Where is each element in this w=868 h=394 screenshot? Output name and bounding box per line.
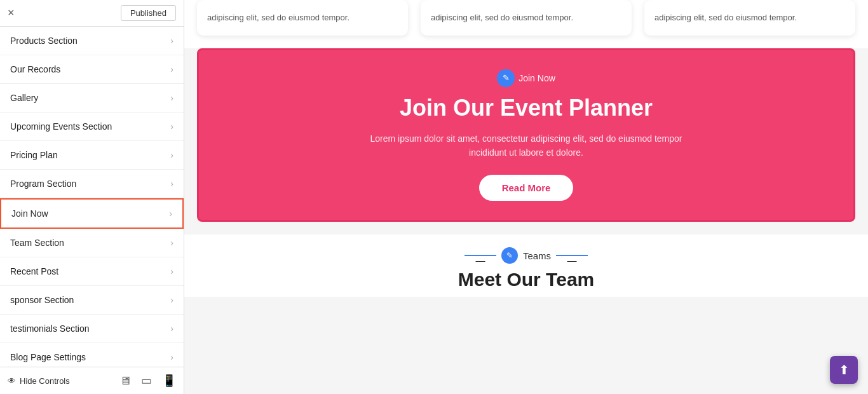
upload-icon: ⬆: [839, 362, 850, 377]
join-now-description: Lorem ipsum dolor sit amet, consectetur …: [367, 132, 685, 160]
hide-controls-label: Hide Controls: [20, 376, 70, 386]
monitor-icon[interactable]: 🖥: [119, 374, 131, 388]
join-now-section: ✎ Join Now Join Our Event Planner Lorem …: [197, 48, 855, 222]
chevron-right-icon: ›: [170, 64, 173, 74]
teams-tag-icon: ✎: [501, 247, 518, 264]
sidebar-item-label: sponsor Section: [10, 295, 74, 305]
sidebar-item-label: Program Section: [10, 179, 76, 189]
sidebar-item-label: Products Section: [10, 36, 78, 46]
read-more-button[interactable]: Read More: [479, 175, 574, 201]
sidebar-item-blog-page-settings[interactable]: Blog Page Settings ›: [0, 343, 184, 367]
chevron-right-icon: ›: [169, 208, 172, 219]
sidebar-item-products-section[interactable]: Products Section ›: [0, 27, 184, 55]
join-now-tag: ✎ Join Now: [497, 69, 555, 87]
chevron-right-icon: ›: [170, 323, 173, 334]
teams-pencil-icon: ✎: [506, 251, 513, 260]
main-content: adipiscing elit, sed do eiusmod tempor. …: [184, 0, 868, 394]
close-button[interactable]: ×: [8, 6, 15, 20]
sidebar-item-testimonials-section[interactable]: testimonials Section ›: [0, 315, 184, 343]
sidebar-item-label: Pricing Plan: [10, 150, 58, 160]
sidebar-item-program-section[interactable]: Program Section ›: [0, 170, 184, 198]
pencil-icon: ✎: [503, 73, 510, 83]
sidebar-item-join-now[interactable]: Join Now ›: [0, 198, 184, 229]
sidebar-item-pricing-plan[interactable]: Pricing Plan ›: [0, 141, 184, 170]
teams-tag-label: Teams: [523, 250, 551, 261]
card-3: adipiscing elit, sed do eiusmod tempor.: [644, 0, 855, 36]
tablet-icon[interactable]: ▭: [141, 374, 152, 388]
hide-controls-button[interactable]: 👁 Hide Controls: [8, 376, 70, 386]
cards-section: adipiscing elit, sed do eiusmod tempor. …: [184, 0, 868, 48]
sidebar-item-upcoming-events-section[interactable]: Upcoming Events Section ›: [0, 112, 184, 141]
chevron-right-icon: ›: [170, 295, 173, 305]
sidebar-list: Products Section › Our Records › Gallery…: [0, 27, 184, 367]
chevron-right-icon: ›: [170, 266, 173, 276]
card-2: adipiscing elit, sed do eiusmod tempor.: [421, 0, 632, 36]
join-now-title: Join Our Event Planner: [400, 95, 653, 121]
sidebar-item-label: Gallery: [10, 93, 38, 103]
card-1: adipiscing elit, sed do eiusmod tempor.: [197, 0, 408, 36]
sidebar-item-label: Our Records: [10, 64, 60, 74]
teams-tag-line-right: —: [556, 255, 588, 256]
chevron-right-icon: ›: [170, 238, 173, 248]
chevron-right-icon: ›: [170, 121, 173, 132]
sidebar-item-sponsor-section[interactable]: sponsor Section ›: [0, 286, 184, 315]
footer-device-icons: 🖥 ▭ 📱: [119, 374, 176, 388]
meet-team-title: Meet Our Team: [197, 269, 855, 290]
upload-fab-button[interactable]: ⬆: [830, 356, 858, 384]
chevron-right-icon: ›: [170, 93, 173, 103]
eye-icon: 👁: [8, 376, 16, 386]
sidebar-item-label: testimonials Section: [10, 323, 90, 334]
chevron-right-icon: ›: [170, 150, 173, 160]
sidebar-item-team-section[interactable]: Team Section ›: [0, 229, 184, 257]
sidebar-item-gallery[interactable]: Gallery ›: [0, 84, 184, 112]
teams-section: — ✎ Teams — Meet Our Team: [184, 234, 868, 297]
sidebar-header: × Published: [0, 0, 184, 27]
mobile-icon[interactable]: 📱: [162, 374, 176, 388]
sidebar-item-label: Blog Page Settings: [10, 352, 86, 362]
chevron-right-icon: ›: [170, 36, 173, 46]
teams-tag-line-left: —: [465, 255, 496, 256]
sidebar-item-our-records[interactable]: Our Records ›: [0, 55, 184, 84]
sidebar-item-label: Join Now: [11, 208, 48, 219]
published-button[interactable]: Published: [121, 5, 176, 21]
chevron-right-icon: ›: [170, 179, 173, 189]
sidebar-footer: 👁 Hide Controls 🖥 ▭ 📱: [0, 367, 184, 394]
sidebar-item-label: Upcoming Events Section: [10, 121, 112, 132]
join-now-tag-icon: ✎: [497, 69, 515, 87]
chevron-right-icon: ›: [170, 352, 173, 362]
sidebar: × Published Products Section › Our Recor…: [0, 0, 184, 394]
join-now-tag-label: Join Now: [519, 73, 555, 83]
teams-tag-row: — ✎ Teams —: [197, 247, 855, 264]
sidebar-item-label: Recent Post: [10, 266, 58, 276]
sidebar-item-recent-post[interactable]: Recent Post ›: [0, 257, 184, 286]
sidebar-item-label: Team Section: [10, 238, 64, 248]
